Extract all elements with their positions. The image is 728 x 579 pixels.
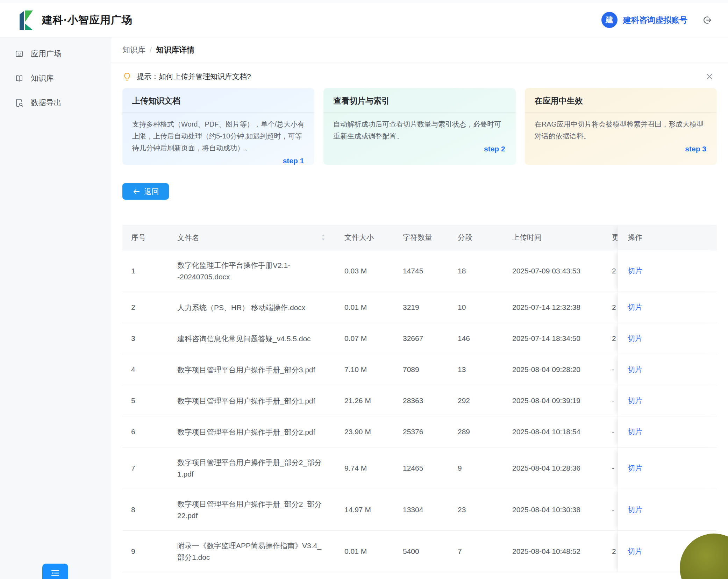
cell-index: 3 (122, 334, 177, 343)
slice-link[interactable]: 切片 (628, 266, 642, 276)
cell-action: 切片 (618, 416, 717, 447)
cell-hidden-column-sliver: - (612, 506, 618, 514)
step-card-slices: 查看切片与索引 自动解析成功后可查看切片数量与索引状态，必要时可重新生成或调整配… (323, 88, 515, 165)
breadcrumb-current: 知识库详情 (156, 45, 194, 55)
header-charcount: 字符数量 (403, 233, 458, 242)
cell-index: 2 (122, 303, 177, 312)
cell-uploaded: 2025-08-04 10:30:38 (512, 506, 612, 514)
cell-hidden-column-sliver: - (612, 396, 618, 405)
cell-filesize: 21.26 M (344, 396, 403, 405)
sidebar-item-app-plaza[interactable]: 应用广场 (0, 42, 111, 66)
header-index: 序号 (122, 233, 177, 242)
cell-index: 4 (122, 365, 177, 374)
breadcrumb: 知识库 / 知识库详情 (111, 37, 728, 63)
back-button[interactable]: 返回 (122, 183, 169, 200)
cell-charcount: 5400 (403, 547, 458, 556)
cell-filesize: 0.07 M (344, 334, 403, 343)
account-name[interactable]: 建科咨询虚拟账号 (623, 15, 687, 26)
cell-segments: 13 (458, 365, 512, 374)
cell-filesize: 0.03 M (344, 267, 403, 275)
tip-text: 提示：如何上传并管理知识库文档? (137, 72, 251, 81)
document-search-icon (15, 98, 24, 107)
cell-index: 9 (122, 547, 177, 556)
cell-segments: 18 (458, 267, 512, 275)
main-content: 知识库 / 知识库详情 提示：如何上传并管理知识库文档? (111, 37, 728, 579)
cell-action: 切片 (618, 292, 717, 323)
cell-uploaded: 2025-08-04 10:28:36 (512, 464, 612, 472)
cell-filesize: 0.01 M (344, 547, 403, 556)
step-card-apply: 在应用中生效 在RAG应用中切片将会被模型检索并召回，形成大模型对话的依据语料。… (525, 88, 717, 165)
back-button-label: 返回 (144, 187, 159, 196)
cell-hidden-column-sliver: 2 (612, 267, 618, 275)
sidebar-item-knowledge-base[interactable]: 知识库 (0, 66, 111, 91)
slice-link[interactable]: 切片 (628, 463, 642, 473)
card-body: 自动解析成功后可查看切片数量与索引状态，必要时可重新生成或调整配置。 (323, 113, 515, 142)
cell-filesize: 23.90 M (344, 428, 403, 436)
cell-segments: 23 (458, 506, 512, 514)
cell-index: 7 (122, 464, 177, 472)
close-icon[interactable] (705, 72, 714, 81)
slice-link[interactable]: 切片 (628, 505, 642, 515)
cell-filename: 数字项目管理平台用户操作手册_部分2_部分1.pdf (177, 448, 344, 489)
cell-hidden-column-sliver: 2 (612, 303, 618, 312)
table-row: 5 数字项目管理平台用户操作手册_部分1.pdf 21.26 M 28363 2… (122, 385, 717, 416)
cell-filesize: 9.74 M (344, 464, 403, 472)
slice-link[interactable]: 切片 (628, 427, 642, 437)
cell-uploaded: 2025-08-04 09:39:19 (512, 396, 612, 405)
robot-face-icon (15, 49, 24, 58)
arrow-left-icon (133, 188, 140, 195)
topbar: 建科·小智应用广场 建 建科咨询虚拟账号 (0, 3, 728, 37)
cell-action: 切片 (618, 323, 717, 354)
cell-filename: 人力系统（PS、HR） 移动端操作.docx (177, 293, 344, 322)
slice-link[interactable]: 切片 (628, 334, 642, 343)
cell-action: 切片 (618, 385, 717, 416)
cell-filesize: 7.10 M (344, 365, 403, 374)
header-filename-label: 文件名 (177, 232, 199, 243)
cell-charcount: 32667 (403, 334, 458, 343)
cell-filename: 数字化监理工作平台操作手册V2.1--20240705.docx (177, 250, 344, 292)
logout-icon[interactable] (702, 15, 712, 25)
slice-link[interactable]: 切片 (628, 302, 642, 312)
window-top-strip (0, 0, 728, 3)
sidebar-collapse-button[interactable] (42, 564, 68, 579)
cell-hidden-column-sliver: - (612, 428, 618, 436)
table-row: 3 建科咨询信息化常见问题答疑_v4.5.5.doc 0.07 M 32667 … (122, 323, 717, 354)
cell-uploaded: 2025-07-14 18:34:50 (512, 334, 612, 343)
brand-logo-icon (16, 10, 35, 30)
avatar[interactable]: 建 (601, 12, 618, 28)
bulb-icon (122, 72, 132, 81)
table-row: 6 数字项目管理平台用户操作手册_部分2.pdf 23.90 M 25376 2… (122, 416, 717, 448)
cell-hidden-column-sliver: - (612, 464, 618, 472)
table-header-row: 序号 文件名 文件大小 字符数量 分段 (122, 225, 717, 250)
cell-index: 6 (122, 428, 177, 436)
app-window: 建科·小智应用广场 建 建科咨询虚拟账号 (0, 0, 728, 579)
cell-index: 1 (122, 267, 177, 275)
sidebar-item-label: 数据导出 (31, 98, 62, 108)
cell-segments: 289 (458, 428, 512, 436)
table-row: 8 数字项目管理平台用户操作手册_部分2_部分22.pdf 14.97 M 13… (122, 489, 717, 531)
cell-charcount: 12465 (403, 464, 458, 472)
sidebar-item-data-export[interactable]: 数据导出 (0, 91, 111, 115)
sidebar-item-label: 知识库 (31, 73, 54, 84)
cell-uploaded: 2025-08-04 10:18:54 (512, 428, 612, 436)
cell-charcount: 13304 (403, 506, 458, 514)
cell-action: 切片 (618, 448, 717, 489)
table-row: 1 数字化监理工作平台操作手册V2.1--20240705.docx 0.03 … (122, 250, 717, 292)
card-title: 上传知识文档 (122, 88, 314, 112)
slice-link[interactable]: 切片 (628, 546, 642, 556)
step-label: step 3 (525, 142, 717, 153)
cell-uploaded: 2025-07-09 03:43:53 (512, 267, 612, 275)
step-label: step 2 (323, 142, 515, 153)
header-segments: 分段 (458, 233, 512, 242)
sort-caret-icon[interactable] (321, 234, 326, 241)
open-book-icon (15, 74, 24, 83)
cell-filename: 数字项目管理平台用户操作手册_部分2_部分22.pdf (177, 489, 344, 530)
cell-action: 切片 (618, 489, 717, 530)
slice-link[interactable]: 切片 (628, 365, 642, 374)
slice-link[interactable]: 切片 (628, 396, 642, 406)
breadcrumb-parent[interactable]: 知识库 (122, 45, 145, 55)
table-row: 7 数字项目管理平台用户操作手册_部分2_部分1.pdf 9.74 M 1246… (122, 448, 717, 489)
account-area[interactable]: 建 建科咨询虚拟账号 (601, 12, 712, 28)
step-cards: 上传知识文档 支持多种格式（Word、PDF、图片等），单个/总大小有上限，上传… (122, 88, 717, 165)
breadcrumb-separator: / (150, 45, 152, 55)
